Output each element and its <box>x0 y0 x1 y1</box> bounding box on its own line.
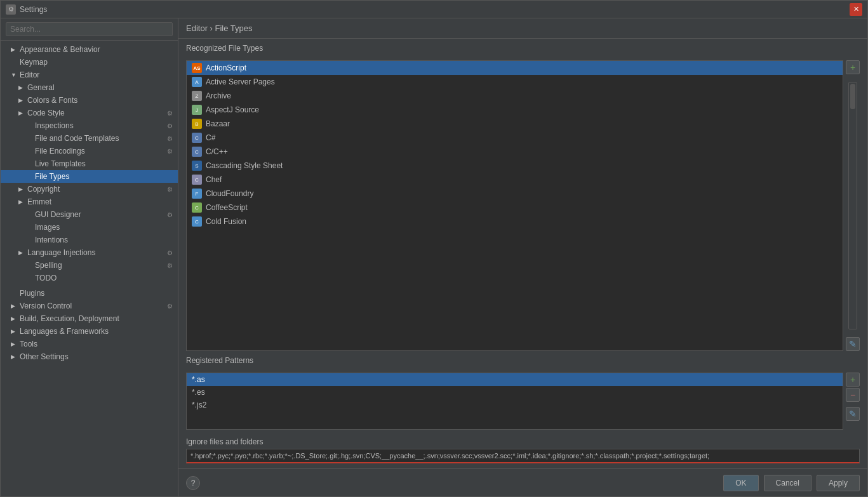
sidebar-item-build[interactable]: ▶ Build, Execution, Deployment <box>1 312 178 325</box>
pattern-item[interactable]: *.js2 <box>187 399 843 411</box>
sidebar-item-label: Keymap <box>20 58 173 67</box>
sidebar-item-todo[interactable]: TODO <box>1 272 178 284</box>
list-item[interactable]: S Cascading Style Sheet <box>187 159 843 173</box>
patterns-list[interactable]: *.as *.es *.js2 <box>186 373 843 430</box>
apply-button[interactable]: Apply <box>817 475 860 491</box>
sidebar-item-label: Languages & Frameworks <box>20 327 173 336</box>
sidebar-item-label: Other Settings <box>20 352 173 361</box>
file-type-name: Bazaar <box>206 119 230 128</box>
expand-arrow: ▶ <box>18 199 25 205</box>
list-item[interactable]: C Cold Fusion <box>187 215 843 229</box>
expand-arrow: ▶ <box>11 303 17 309</box>
ignore-input[interactable] <box>186 449 860 463</box>
sidebar-item-colors-fonts[interactable]: ▶ Colors & Fonts <box>1 94 178 107</box>
sidebar-item-label: Language Injections <box>27 248 164 257</box>
list-item[interactable]: AS ActionScript <box>187 61 843 75</box>
remove-pattern-button[interactable]: − <box>846 388 860 402</box>
bottom-bar: ? OK Cancel Apply <box>178 468 867 496</box>
list-item[interactable]: A Active Server Pages <box>187 75 843 89</box>
pattern-item[interactable]: *.as <box>187 373 843 386</box>
sidebar-item-editor[interactable]: ▼ Editor <box>1 69 178 81</box>
file-type-name: Chef <box>206 175 222 184</box>
file-type-name: CloudFoundry <box>206 189 253 198</box>
close-button[interactable]: ✕ <box>850 3 862 16</box>
list-item[interactable]: Z Archive <box>187 89 843 103</box>
sidebar-item-images[interactable]: Images <box>1 221 178 234</box>
sidebar-tree: ▶ Appearance & Behavior Keymap ▼ Editor … <box>1 41 178 496</box>
sidebar-item-label: Emmet <box>27 197 173 206</box>
list-item[interactable]: F CloudFoundry <box>187 187 843 201</box>
sidebar-item-file-code-templates[interactable]: File and Code Templates ⚙ <box>1 132 178 145</box>
gear-icon: ⚙ <box>167 186 173 193</box>
ok-button[interactable]: OK <box>723 475 758 491</box>
help-button[interactable]: ? <box>186 476 200 490</box>
list-item[interactable]: C Chef <box>187 173 843 187</box>
list-item[interactable]: C C/C++ <box>187 145 843 159</box>
expand-arrow: ▶ <box>11 315 17 322</box>
title-bar: ⚙ Settings ✕ <box>1 1 867 18</box>
gear-icon: ⚙ <box>167 148 173 155</box>
bottom-left: ? <box>186 476 200 490</box>
file-type-icon: F <box>192 189 202 199</box>
settings-window: ⚙ Settings ✕ ▶ Appearance & Behavior Key… <box>0 0 868 497</box>
file-type-icon: B <box>192 119 202 129</box>
sidebar-item-tools[interactable]: ▶ Tools <box>1 338 178 350</box>
sidebar-item-label: Live Templates <box>35 159 173 168</box>
file-types-list[interactable]: AS ActionScript A Active Server Pages Z … <box>186 60 843 351</box>
sidebar-item-label: Build, Execution, Deployment <box>20 314 173 323</box>
add-file-type-button[interactable]: + <box>846 60 860 74</box>
sidebar-item-file-types[interactable]: File Types <box>1 170 178 183</box>
recognized-label: Recognized File Types <box>186 44 860 53</box>
sidebar-item-emmet[interactable]: ▶ Emmet <box>1 195 178 208</box>
list-item[interactable]: C C# <box>187 131 843 145</box>
scrollbar-thumb[interactable] <box>850 84 855 109</box>
sidebar-item-gui-designer[interactable]: GUI Designer ⚙ <box>1 208 178 221</box>
sidebar-item-general[interactable]: ▶ General <box>1 81 178 94</box>
bottom-right: OK Cancel Apply <box>723 475 860 491</box>
add-pattern-button[interactable]: + <box>846 373 860 387</box>
panel-body: Recognized File Types AS ActionScript A … <box>178 39 867 468</box>
pattern-value: *.es <box>192 388 205 397</box>
edit-file-type-button[interactable]: ✎ <box>846 337 860 351</box>
window-title: Settings <box>20 5 850 14</box>
ignore-label: Ignore files and folders <box>186 437 860 446</box>
sidebar-item-intentions[interactable]: Intentions <box>1 234 178 246</box>
pattern-item[interactable]: *.es <box>187 386 843 399</box>
sidebar-item-spelling[interactable]: Spelling ⚙ <box>1 259 178 272</box>
sidebar-item-label: Editor <box>20 70 173 79</box>
sidebar-item-keymap[interactable]: Keymap <box>1 56 178 69</box>
sidebar-item-label: File Encodings <box>35 147 164 156</box>
sidebar-item-appearance[interactable]: ▶ Appearance & Behavior <box>1 43 178 56</box>
sidebar-item-live-templates[interactable]: Live Templates <box>1 157 178 170</box>
list-item[interactable]: B Bazaar <box>187 117 843 131</box>
search-box <box>1 18 178 41</box>
list-item[interactable]: C CoffeeScript <box>187 201 843 215</box>
file-type-name: Archive <box>206 91 231 100</box>
sidebar-item-inspections[interactable]: Inspections ⚙ <box>1 119 178 132</box>
list-item[interactable]: J AspectJ Source <box>187 103 843 117</box>
file-type-icon: C <box>192 216 202 227</box>
sidebar-item-copyright[interactable]: ▶ Copyright ⚙ <box>1 183 178 195</box>
sidebar-item-label: TODO <box>35 274 173 282</box>
recognized-section: Recognized File Types <box>186 44 860 55</box>
cancel-button[interactable]: Cancel <box>764 475 811 491</box>
file-type-icon: S <box>192 161 202 171</box>
registered-label: Registered Patterns <box>186 356 860 365</box>
sidebar-item-plugins[interactable]: Plugins <box>1 287 178 300</box>
expand-arrow: ▶ <box>11 328 17 335</box>
sidebar-item-file-encodings[interactable]: File Encodings ⚙ <box>1 145 178 157</box>
expand-arrow: ▶ <box>11 354 17 360</box>
expand-arrow: ▶ <box>11 341 17 347</box>
file-type-icon: J <box>192 105 202 115</box>
sidebar-item-language-injections[interactable]: ▶ Language Injections ⚙ <box>1 246 178 259</box>
search-input[interactable] <box>6 22 173 36</box>
edit-pattern-button[interactable]: ✎ <box>846 407 860 421</box>
sidebar-item-other[interactable]: ▶ Other Settings <box>1 350 178 363</box>
sidebar-item-code-style[interactable]: ▶ Code Style ⚙ <box>1 107 178 119</box>
sidebar-item-label: Tools <box>20 340 173 348</box>
sidebar-item-label: Code Style <box>27 109 164 117</box>
sidebar-item-languages[interactable]: ▶ Languages & Frameworks <box>1 325 178 338</box>
sidebar-item-version-control[interactable]: ▶ Version Control ⚙ <box>1 300 178 312</box>
file-type-name: C# <box>206 133 215 142</box>
gear-icon: ⚙ <box>167 123 173 129</box>
